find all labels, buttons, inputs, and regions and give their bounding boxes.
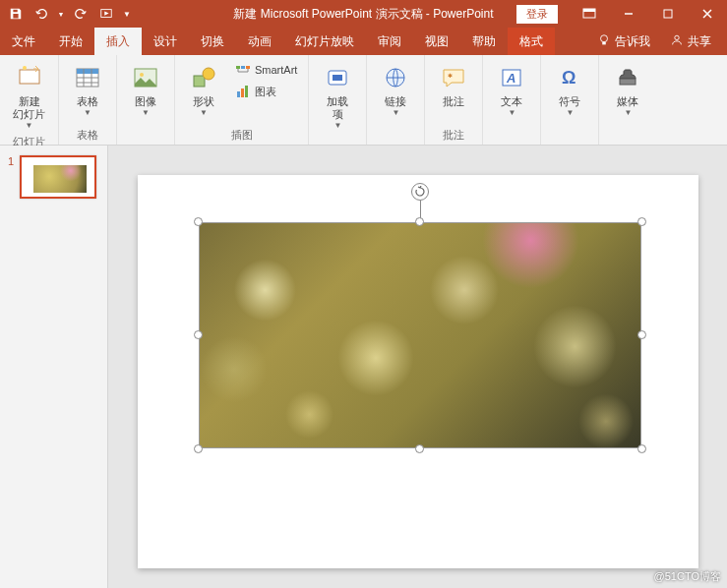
resize-handle-ne[interactable] — [637, 217, 646, 226]
svg-rect-18 — [194, 76, 205, 87]
tab-view[interactable]: 视图 — [413, 28, 460, 55]
svg-rect-8 — [20, 70, 39, 84]
group-symbols: Ω 符号 ▼ — [541, 55, 599, 145]
tell-me-search[interactable]: 告诉我 — [589, 28, 658, 55]
resize-handle-sw[interactable] — [194, 444, 203, 453]
svg-rect-2 — [583, 9, 595, 12]
svg-rect-22 — [246, 66, 250, 69]
table-button[interactable]: 表格 ▼ — [65, 59, 110, 120]
chevron-down-icon: ▼ — [142, 108, 150, 117]
group-links-label — [394, 129, 397, 143]
group-addins: 加载 项 ▼ — [309, 55, 367, 145]
start-from-beginning-icon[interactable] — [94, 2, 118, 26]
tab-slideshow[interactable]: 幻灯片放映 — [283, 28, 366, 55]
comments-label: 批注 — [443, 95, 464, 108]
new-slide-button[interactable]: 新建 幻灯片 ▼ — [6, 59, 52, 133]
group-media: 媒体 ▼ — [599, 55, 656, 145]
smartart-button[interactable]: SmartArt — [230, 59, 302, 81]
ribbon-display-options-icon[interactable] — [570, 0, 609, 28]
svg-rect-4 — [664, 10, 672, 18]
share-button[interactable]: 共享 — [662, 28, 719, 55]
group-text-label — [511, 129, 514, 143]
thumbnail-number: 1 — [8, 155, 14, 199]
group-tables: 表格 ▼ 表格 — [59, 55, 117, 145]
svg-rect-11 — [77, 69, 98, 74]
smartart-label: SmartArt — [255, 64, 297, 76]
resize-handle-n[interactable] — [415, 217, 424, 226]
links-button[interactable]: 链接 ▼ — [373, 59, 418, 120]
svg-point-19 — [203, 68, 214, 80]
ribbon: 新建 幻灯片 ▼ 幻灯片 表格 ▼ 表格 图像 ▼ — [0, 55, 727, 146]
undo-dropdown-icon[interactable]: ▼ — [55, 2, 67, 26]
tab-review[interactable]: 审阅 — [366, 28, 413, 55]
chart-button[interactable]: 图表 — [230, 81, 302, 102]
thumbnail-pane[interactable]: 1 — [0, 146, 108, 588]
tab-home[interactable]: 开始 — [47, 28, 94, 55]
thumbnail-slide[interactable] — [20, 155, 96, 199]
resize-handle-nw[interactable] — [194, 217, 203, 226]
slide-canvas[interactable] — [138, 175, 698, 568]
symbol-icon: Ω — [554, 62, 585, 93]
undo-icon[interactable] — [30, 2, 53, 26]
svg-rect-33 — [620, 79, 636, 85]
tab-animations[interactable]: 动画 — [236, 28, 283, 55]
close-icon[interactable] — [688, 0, 727, 28]
workspace: 1 — [0, 146, 727, 588]
group-tables-label: 表格 — [77, 126, 98, 143]
group-illustrations-label: 插图 — [231, 126, 253, 143]
group-text: A 文本 ▼ — [483, 55, 541, 145]
qat-customize-icon[interactable]: ▼ — [120, 2, 134, 26]
chart-icon — [235, 84, 251, 99]
group-images: 图像 ▼ — [117, 55, 175, 145]
login-button[interactable]: 登录 — [516, 5, 558, 24]
rotate-handle[interactable] — [411, 183, 429, 201]
chevron-down-icon: ▼ — [392, 108, 399, 117]
group-comments-label: 批注 — [443, 126, 464, 143]
selected-picture[interactable] — [199, 222, 641, 448]
maximize-icon[interactable] — [648, 0, 688, 28]
slide-editor[interactable] — [108, 146, 727, 588]
thumbnail-item[interactable]: 1 — [8, 155, 99, 199]
shapes-icon — [188, 62, 219, 93]
ribbon-tabs: 文件 开始 插入 设计 切换 动画 幻灯片放映 审阅 视图 帮助 格式 告诉我 … — [0, 28, 727, 55]
svg-rect-24 — [241, 88, 244, 97]
tab-file[interactable]: 文件 — [0, 28, 47, 55]
redo-icon[interactable] — [69, 2, 92, 26]
tab-insert[interactable]: 插入 — [94, 28, 142, 55]
addins-button[interactable]: 加载 项 ▼ — [315, 59, 360, 133]
save-icon[interactable] — [4, 2, 28, 26]
inserted-picture[interactable] — [199, 222, 641, 448]
link-icon — [380, 62, 411, 93]
title-bar: ▼ ▼ 新建 Microsoft PowerPoint 演示文稿 - Power… — [0, 0, 727, 28]
tab-design[interactable]: 设计 — [142, 28, 189, 55]
resize-handle-w[interactable] — [194, 330, 203, 339]
window-title: 新建 Microsoft PowerPoint 演示文稿 - PowerPoin… — [233, 6, 493, 23]
tab-transitions[interactable]: 切换 — [189, 28, 236, 55]
tab-help[interactable]: 帮助 — [460, 28, 508, 55]
comment-icon: ✱ — [438, 62, 469, 93]
group-images-label — [144, 129, 147, 143]
smartart-icon — [235, 62, 251, 78]
quick-access-toolbar: ▼ ▼ — [0, 2, 134, 26]
minimize-icon[interactable] — [609, 0, 648, 28]
symbols-button[interactable]: Ω 符号 ▼ — [547, 59, 592, 120]
share-label: 共享 — [688, 33, 711, 50]
images-button[interactable]: 图像 ▼ — [123, 59, 168, 120]
watermark: @51CTO博客 — [654, 569, 721, 584]
tab-format[interactable]: 格式 — [508, 28, 555, 55]
shapes-label: 形状 — [193, 95, 214, 108]
text-button[interactable]: A 文本 ▼ — [489, 59, 534, 120]
new-slide-icon — [14, 62, 45, 93]
resize-handle-s[interactable] — [415, 444, 424, 453]
group-addins-label — [336, 133, 339, 147]
media-button[interactable]: 媒体 ▼ — [605, 59, 650, 120]
resize-handle-e[interactable] — [637, 330, 646, 339]
addins-icon — [322, 62, 353, 93]
svg-point-9 — [23, 66, 27, 70]
shapes-button[interactable]: 形状 ▼ — [181, 59, 226, 120]
chevron-down-icon: ▼ — [566, 108, 574, 117]
resize-handle-se[interactable] — [637, 444, 646, 453]
images-label: 图像 — [135, 95, 156, 108]
svg-point-5 — [601, 34, 608, 41]
comments-button[interactable]: ✱ 批注 — [431, 59, 476, 111]
